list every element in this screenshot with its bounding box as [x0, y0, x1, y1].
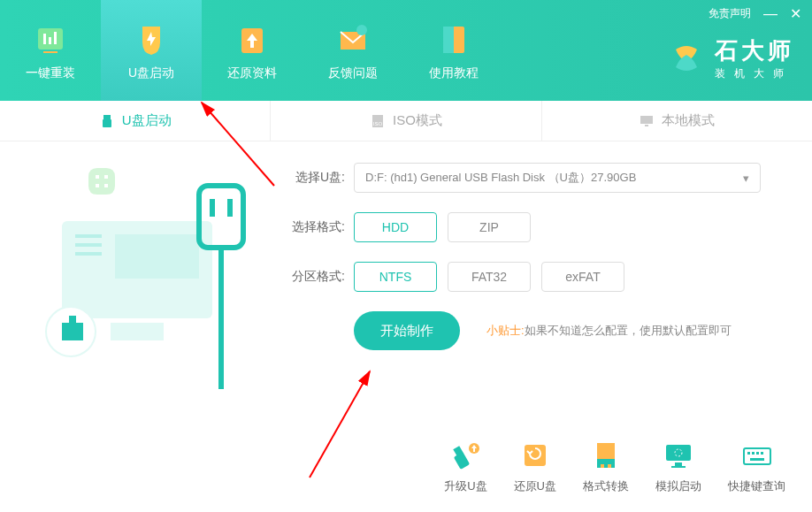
svg-rect-36 — [601, 464, 604, 468]
svg-rect-14 — [645, 125, 648, 126]
action-label: 还原U盘 — [514, 478, 556, 494]
header: 一键重装 U盘启动 还原资料 反馈问题 使用教程 免责声明 — ✕ 石大师 装机… — [0, 0, 812, 101]
titlebar-controls: 免责声明 — ✕ — [709, 5, 801, 22]
nav-reinstall[interactable]: 一键重装 — [0, 0, 101, 101]
svg-rect-45 — [756, 452, 759, 455]
partition-exfat-button[interactable]: exFAT — [541, 262, 624, 292]
start-button[interactable]: 开始制作 — [354, 311, 460, 350]
partition-label: 分区格式: — [283, 269, 345, 285]
reinstall-icon — [31, 19, 70, 58]
svg-rect-10 — [103, 119, 111, 127]
svg-rect-47 — [750, 458, 764, 461]
tip-label: 小贴士: — [486, 324, 525, 337]
form-area: 选择U盘: D:F: (hd1) General USB Flash Disk … — [0, 141, 812, 350]
action-label: 快捷键查询 — [728, 478, 785, 494]
brand-name: 石大师 — [715, 35, 794, 66]
tab-label: 本地模式 — [662, 112, 715, 129]
brand-logo-icon — [667, 39, 706, 78]
mode-tabs: U盘启动 ISO ISO模式 本地模式 — [0, 101, 812, 141]
usb-shield-icon — [132, 19, 171, 58]
nav-label: 一键重装 — [26, 65, 75, 81]
action-restore-usb[interactable]: 还原U盘 — [514, 438, 556, 494]
svg-rect-9 — [103, 115, 111, 119]
tab-local-mode[interactable]: 本地模式 — [542, 101, 812, 141]
brand: 石大师 装机大师 — [667, 35, 794, 81]
simulate-boot-icon — [661, 438, 696, 473]
format-zip-button[interactable]: ZIP — [448, 212, 531, 242]
svg-rect-35 — [597, 459, 615, 468]
nav-usb-boot[interactable]: U盘启动 — [101, 0, 202, 101]
svg-rect-44 — [752, 452, 755, 455]
usb-icon — [99, 113, 115, 129]
svg-text:ISO: ISO — [373, 121, 383, 126]
disclaimer-link[interactable]: 免责声明 — [709, 6, 751, 21]
format-convert-icon — [588, 438, 624, 473]
close-button[interactable]: ✕ — [790, 5, 801, 22]
minimize-button[interactable]: — — [763, 6, 778, 22]
svg-rect-4 — [43, 51, 57, 53]
action-hotkey-query[interactable]: 快捷键查询 — [728, 438, 785, 494]
brand-sub: 装机大师 — [715, 66, 794, 81]
svg-rect-13 — [640, 116, 653, 124]
action-label: 升级U盘 — [444, 478, 486, 494]
tab-iso-mode[interactable]: ISO ISO模式 — [271, 101, 541, 141]
chevron-down-icon: ▾ — [743, 172, 749, 185]
format-hdd-button[interactable]: HDD — [354, 212, 437, 242]
nav-label: 反馈问题 — [328, 65, 378, 81]
action-label: 模拟启动 — [655, 478, 701, 494]
keyboard-icon — [739, 438, 775, 473]
usb-select[interactable]: D:F: (hd1) General USB Flash Disk （U盘）27… — [354, 163, 761, 193]
action-format-convert[interactable]: 格式转换 — [583, 438, 629, 494]
format-label: 选择格式: — [283, 219, 345, 235]
svg-rect-40 — [671, 466, 686, 468]
action-simulate-boot[interactable]: 模拟启动 — [655, 438, 701, 494]
tip-content: 如果不知道怎么配置，使用默认配置即可 — [525, 324, 732, 337]
partition-ntfs-button[interactable]: NTFS — [354, 262, 437, 292]
tutorial-icon — [434, 19, 473, 58]
monitor-icon — [639, 113, 655, 129]
nav-restore[interactable]: 还原资料 — [202, 0, 303, 101]
usb-select-value: D:F: (hd1) General USB Flash Disk （U盘）27… — [365, 170, 636, 186]
svg-rect-2 — [49, 37, 51, 44]
svg-rect-8 — [443, 27, 454, 53]
partition-fat32-button[interactable]: FAT32 — [448, 262, 531, 292]
svg-rect-42 — [744, 448, 770, 464]
nav-feedback[interactable]: 反馈问题 — [303, 0, 403, 101]
tab-label: U盘启动 — [122, 112, 172, 129]
nav-label: 使用教程 — [429, 65, 479, 81]
feedback-icon — [333, 19, 372, 58]
svg-rect-43 — [747, 452, 750, 455]
svg-rect-1 — [43, 34, 46, 44]
action-label: 格式转换 — [583, 478, 629, 494]
iso-icon: ISO — [370, 113, 386, 129]
svg-point-6 — [356, 25, 367, 35]
action-upgrade-usb[interactable]: 升级U盘 — [444, 438, 486, 494]
usb-select-label: 选择U盘: — [283, 170, 345, 186]
restore-icon — [233, 19, 272, 58]
svg-line-49 — [310, 371, 370, 478]
nav-label: U盘启动 — [128, 65, 174, 81]
svg-rect-39 — [675, 462, 682, 466]
upgrade-usb-icon — [448, 438, 483, 473]
nav-tutorial[interactable]: 使用教程 — [403, 0, 504, 101]
svg-rect-3 — [54, 32, 57, 44]
restore-usb-icon — [517, 438, 553, 473]
tab-label: ISO模式 — [393, 112, 442, 129]
bottom-actions: 升级U盘 还原U盘 格式转换 模拟启动 快捷键查询 — [444, 438, 785, 494]
nav-label: 还原资料 — [227, 65, 277, 81]
tab-usb-boot[interactable]: U盘启动 — [0, 101, 271, 141]
tip-text: 小贴士:如果不知道怎么配置，使用默认配置即可 — [486, 323, 732, 339]
svg-rect-46 — [761, 452, 763, 455]
svg-rect-37 — [608, 464, 611, 468]
svg-rect-38 — [666, 445, 691, 461]
